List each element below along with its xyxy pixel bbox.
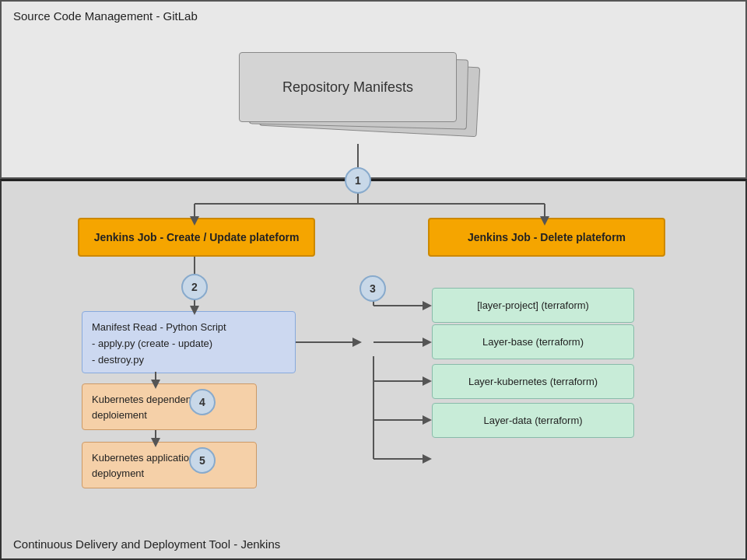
manifest-line1: Manifest Read - Python Script [92,320,286,336]
repo-manifests-label: Repository Manifests [282,79,413,96]
terraform-box-0: [layer-project] (terraform) [432,288,634,323]
k8s-apps-box: Kubernetes applications deployment [82,442,257,488]
terraform-box-1: Layer-base (terraform) [432,324,634,359]
top-section-label: Source Code Management - GitLab [13,9,198,23]
repo-manifests-group: Repository Manifests [239,52,480,145]
badge-2: 2 [181,274,208,300]
terraform-box-3: Layer-data (terraform) [432,403,634,438]
main-container: Source Code Management - GitLab Reposito… [0,0,747,560]
manifest-line3: - destroy.py [92,352,286,369]
badge-4: 4 [189,389,216,415]
badge-5: 5 [189,447,216,474]
badge-1: 1 [345,167,371,194]
badge-3: 3 [359,275,386,302]
repo-card-front: Repository Manifests [239,52,457,122]
bottom-section-label: Continuous Delivery and Deployment Tool … [13,537,280,551]
jenkins-job-create[interactable]: Jenkins Job - Create / Update plateform [78,218,315,257]
top-section: Source Code Management - GitLab Reposito… [0,0,747,179]
manifest-line2: - apply.py (create - update) [92,336,286,352]
jenkins-job-delete[interactable]: Jenkins Job - Delete plateform [428,218,665,257]
k8s-deps-box: Kubernetes dependencies deploiement [82,383,257,430]
manifest-box: Manifest Read - Python Script - apply.py… [82,311,296,373]
terraform-box-2: Layer-kubernetes (terraform) [432,364,634,399]
